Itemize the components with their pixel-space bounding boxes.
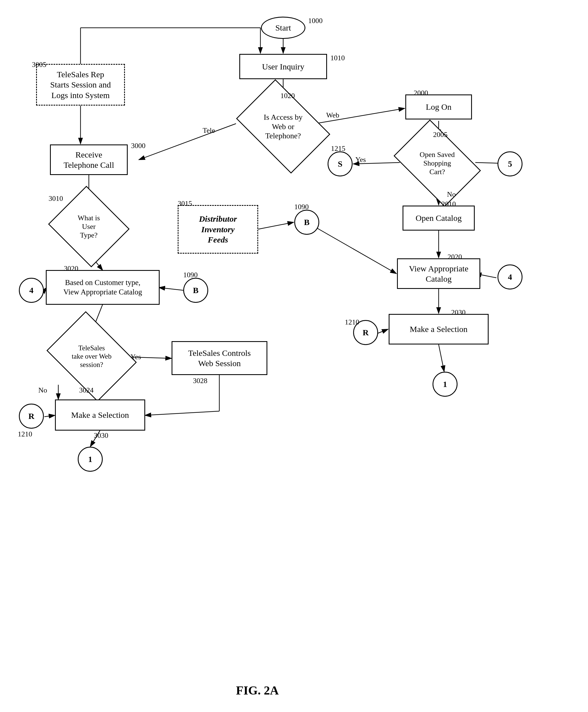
user-type-text: What isUserType? [59, 213, 119, 240]
connector-b-1090a-label: B [304, 218, 310, 227]
telesales-controls-node: TeleSales ControlsWeb Session [172, 341, 267, 375]
label-1090a: 1090 [294, 203, 309, 211]
dist-inv-feeds-label: DistributorInventoryFeeds [199, 213, 237, 245]
svg-line-26 [378, 329, 388, 333]
based-on-customer-label: Based on Customer type,View Appropriate … [63, 278, 142, 297]
start-node: Start [261, 17, 306, 39]
connector-1-right: 1 [433, 372, 458, 397]
connector-r-1210a-label: R [28, 411, 35, 421]
based-on-customer-node: Based on Customer type,View Appropriate … [46, 270, 160, 305]
label-1215: 1215 [331, 144, 345, 153]
receive-tel-call-node: ReceiveTelephone Call [50, 144, 128, 175]
log-on-node: Log On [405, 95, 472, 119]
label-3005: 3005 [32, 61, 46, 69]
connector-1-right-label: 1 [443, 380, 447, 389]
label-1020: 1020 [280, 92, 295, 100]
receive-tel-call-label: ReceiveTelephone Call [64, 149, 114, 170]
label-3024: 3024 [79, 386, 93, 394]
yes-label-2: Yes [130, 353, 141, 361]
connector-5: 5 [498, 151, 523, 177]
fig-caption: FIG. 2A [236, 684, 279, 697]
label-3010: 3010 [48, 195, 63, 203]
label-2005: 2005 [433, 130, 447, 139]
no-label-1: No [447, 190, 456, 199]
dist-inv-feeds-node: DistributorInventoryFeeds [178, 205, 258, 253]
connector-r-1210b-label: R [362, 328, 369, 337]
flowchart-diagram: Start 1000 User Inquiry 1010 Is Access b… [0, 0, 588, 712]
connector-b-1090a: B [294, 210, 319, 235]
connector-s: S [328, 151, 353, 177]
connector-1-left-label: 1 [88, 454, 92, 464]
telesales-rep-label: TeleSales RepStarts Session andLogs into… [50, 69, 111, 101]
connector-b-1090b-label: B [193, 286, 198, 295]
make-selection-right-node: Make a Selection [388, 314, 489, 344]
user-inquiry-label: User Inquiry [262, 61, 304, 72]
label-3028: 3028 [193, 377, 207, 385]
label-1000: 1000 [308, 17, 322, 25]
label-1210a: 1210 [18, 430, 32, 439]
yes-label-1: Yes [355, 156, 366, 164]
label-1010: 1010 [330, 54, 345, 62]
svg-line-25 [44, 415, 55, 417]
svg-line-10 [439, 344, 444, 372]
telesales-takeover-text: TeleSalestake over Websession? [56, 344, 127, 369]
label-2030: 2030 [451, 308, 466, 317]
svg-line-23 [145, 411, 219, 415]
start-label: Start [275, 22, 291, 33]
label-3030: 3030 [94, 431, 108, 440]
label-2020: 2020 [447, 253, 462, 261]
connector-b-1090b: B [183, 278, 208, 303]
open-catalog-node: Open Catalog [402, 206, 475, 230]
no-label-2: No [38, 386, 47, 394]
connector-5-label: 5 [508, 159, 512, 169]
tele-label: Tele [203, 126, 215, 135]
connector-s-label: S [338, 159, 342, 169]
user-inquiry-node: User Inquiry [239, 54, 327, 79]
make-selection-right-label: Make a Selection [410, 324, 467, 334]
connector-4-right-label: 4 [508, 272, 512, 282]
label-1090b: 1090 [183, 271, 198, 279]
log-on-label: Log On [426, 102, 452, 112]
web-label: Web [326, 111, 339, 119]
connector-r-1210a: R [19, 404, 44, 429]
open-catalog-label: Open Catalog [416, 213, 462, 223]
svg-line-16 [258, 222, 294, 229]
open-saved-cart-text: Open SavedShoppingCart? [402, 150, 472, 177]
view-app-catalog-label: View AppropriateCatalog [409, 263, 468, 284]
label-1210b: 1210 [345, 318, 359, 326]
access-diamond-text: Is Access byWeb orTelephone? [245, 113, 321, 141]
make-selection-left-label: Make a Selection [71, 410, 129, 420]
view-app-catalog-node: View AppropriateCatalog [397, 258, 480, 289]
label-2000: 2000 [414, 89, 428, 97]
label-3000: 3000 [131, 142, 145, 150]
svg-line-18 [159, 287, 183, 290]
connector-4-left: 4 [19, 278, 44, 303]
svg-line-17 [307, 222, 396, 273]
make-selection-left-node: Make a Selection [55, 400, 145, 431]
label-2010: 2010 [441, 200, 456, 208]
telesales-controls-label: TeleSales ControlsWeb Session [188, 348, 251, 369]
connector-1-left: 1 [78, 447, 103, 472]
svg-line-12 [139, 124, 236, 160]
label-3020: 3020 [64, 264, 78, 273]
connector-4-right: 4 [498, 264, 523, 289]
connector-4-left-label: 4 [29, 286, 34, 295]
label-3015: 3015 [178, 200, 192, 208]
telesales-rep-node: TeleSales RepStarts Session andLogs into… [36, 64, 125, 106]
